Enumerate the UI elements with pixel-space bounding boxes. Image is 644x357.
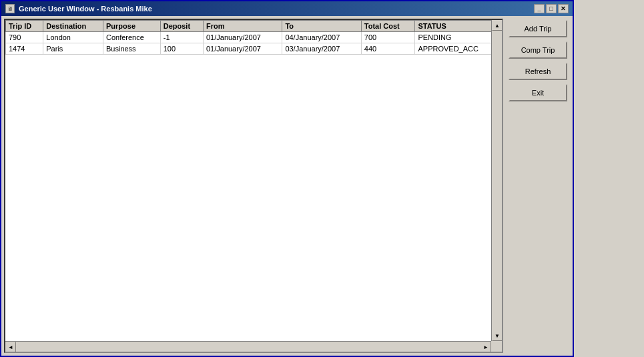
table-scroll-area: Trip ID Destination Purpose Deposit From… [4, 19, 503, 353]
add-trip-button[interactable]: Add Trip [509, 20, 567, 37]
col-header-to: To [282, 21, 361, 32]
cell-destination: London [43, 32, 103, 43]
cell-status: APPROVED_ACC [415, 43, 502, 55]
col-header-status: STATUS [415, 21, 502, 32]
table-header-row: Trip ID Destination Purpose Deposit From… [6, 21, 502, 32]
minimize-button[interactable]: _ [534, 4, 545, 13]
sidebar: Add Trip Comp Trip Refresh Exit [506, 16, 573, 356]
cell-total_cost: 440 [361, 43, 415, 55]
scroll-track-horizontal[interactable] [16, 342, 480, 352]
cell-destination: Paris [43, 43, 103, 55]
maximize-button[interactable]: □ [546, 4, 557, 13]
scroll-corner [491, 341, 502, 352]
cell-deposit: -1 [160, 32, 203, 43]
cell-from: 01/January/2007 [203, 32, 282, 43]
comp-trip-button[interactable]: Comp Trip [509, 41, 567, 59]
table-container: Trip ID Destination Purpose Deposit From… [1, 16, 506, 356]
data-table: Trip ID Destination Purpose Deposit From… [5, 20, 502, 55]
vertical-scrollbar[interactable]: ▲ ▼ [491, 20, 502, 341]
col-header-deposit: Deposit [160, 21, 203, 32]
window-controls: _ □ ✕ [534, 4, 569, 13]
table-row[interactable]: 790LondonConference-101/January/200704/J… [6, 32, 502, 43]
col-header-destination: Destination [43, 21, 103, 32]
window-title: Generic User Window - Resbanis Mike [19, 5, 152, 13]
cell-from: 01/January/2007 [203, 43, 282, 55]
table-row[interactable]: 1474ParisBusiness10001/January/200703/Ja… [6, 43, 502, 55]
main-window: 🖥 Generic User Window - Resbanis Mike _ … [0, 0, 574, 357]
col-header-from: From [203, 21, 282, 32]
col-header-total-cost: Total Cost [361, 21, 415, 32]
scroll-right-button[interactable]: ► [480, 342, 491, 352]
scroll-track-vertical[interactable] [492, 31, 502, 330]
close-button[interactable]: ✕ [558, 4, 569, 13]
cell-to: 04/January/2007 [282, 32, 361, 43]
col-header-trip-id: Trip ID [6, 21, 43, 32]
scroll-down-button[interactable]: ▼ [492, 330, 503, 341]
cell-total_cost: 700 [361, 32, 415, 43]
col-header-purpose: Purpose [103, 21, 160, 32]
cell-purpose: Business [103, 43, 160, 55]
window-icon: 🖥 [5, 4, 15, 13]
exit-button[interactable]: Exit [509, 84, 567, 101]
cell-status: PENDING [415, 32, 502, 43]
cell-to: 03/January/2007 [282, 43, 361, 55]
cell-purpose: Conference [103, 32, 160, 43]
cell-deposit: 100 [160, 43, 203, 55]
cell-trip_id: 1474 [6, 43, 43, 55]
cell-trip_id: 790 [6, 32, 43, 43]
scroll-up-button[interactable]: ▲ [492, 20, 503, 31]
horizontal-scrollbar[interactable]: ◄ ► [5, 341, 491, 352]
content-area: Trip ID Destination Purpose Deposit From… [1, 16, 573, 356]
title-bar: 🖥 Generic User Window - Resbanis Mike _ … [1, 1, 573, 16]
refresh-button[interactable]: Refresh [509, 63, 567, 80]
scroll-left-button[interactable]: ◄ [5, 342, 16, 352]
